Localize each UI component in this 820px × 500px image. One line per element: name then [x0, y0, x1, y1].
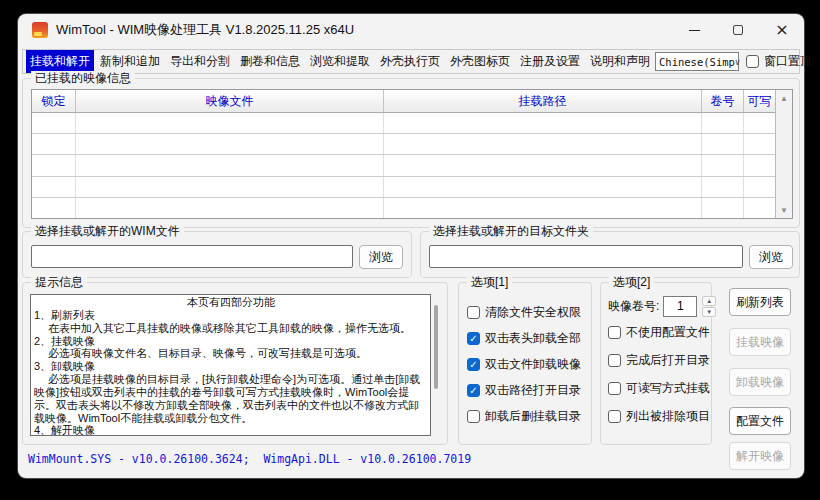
tab-delete-volume-info[interactable]: 删卷和信息: [236, 50, 304, 73]
volume-number-row: 映像卷号: ▲ ▼: [608, 295, 711, 317]
wim-file-group-label: 选择挂载或解开的WIM文件: [31, 224, 184, 238]
language-select[interactable]: Chinese(Simp ∨: [655, 52, 739, 71]
column-header-lock[interactable]: 锁定: [32, 90, 76, 112]
table-row[interactable]: [32, 198, 775, 218]
table-cell: [32, 113, 76, 133]
option-label: 完成后打开目录: [626, 352, 710, 369]
tab-shell-icon[interactable]: 外壳图标页: [446, 50, 514, 73]
target-folder-input[interactable]: [429, 245, 743, 268]
hint-line: 4、解开映像: [34, 424, 428, 436]
table-cell: [702, 113, 744, 133]
table-header-row: 锁定 映像文件 挂载路径 卷号 可写: [32, 90, 775, 113]
extract-image-button[interactable]: 解开映像: [729, 442, 791, 470]
table-row[interactable]: [32, 155, 775, 176]
wim-file-browse-button[interactable]: 浏览: [359, 245, 403, 269]
option-label: 双击表头卸载全部: [485, 330, 581, 347]
table-cell: [384, 177, 702, 197]
option-label: 双击路径打开目录: [485, 382, 581, 399]
minimize-button[interactable]: [672, 14, 716, 46]
wim-file-group: 选择挂载或解开的WIM文件 浏览: [22, 231, 412, 278]
option-label: 不使用配置文件: [626, 324, 710, 341]
mounted-images-group: 已挂载的映像信息 锁定 映像文件 挂载路径 卷号 可写: [22, 78, 800, 228]
column-header-mount-path[interactable]: 挂载路径: [384, 90, 702, 112]
table-cell: [76, 155, 384, 175]
option-dblclick-path-open-dir[interactable]: ✓ 双击路径打开目录: [467, 383, 591, 398]
table-cell: [702, 155, 744, 175]
scroll-up-icon[interactable]: ▲: [776, 90, 792, 106]
table-cell: [744, 113, 775, 133]
unmount-image-button[interactable]: 卸载映像: [729, 368, 791, 396]
mount-image-button[interactable]: 挂载映像: [729, 328, 791, 356]
hint-line: 在表中加入其它工具挂载的映像或移除其它工具卸载的映像，操作无选项。: [34, 322, 428, 335]
spin-up-button[interactable]: ▲: [702, 296, 716, 306]
options1-group-label: 选项[1]: [467, 275, 512, 289]
hint-group-label: 提示信息: [31, 275, 87, 289]
table-row[interactable]: [32, 113, 775, 134]
scroll-down-icon[interactable]: ▼: [776, 202, 792, 218]
hint-textbox[interactable]: 本页有四部分功能 1、刷新列表 在表中加入其它工具挂载的映像或移除其它工具卸载的…: [30, 294, 431, 436]
target-folder-browse-button[interactable]: 浏览: [749, 245, 793, 269]
column-header-volume[interactable]: 卷号: [702, 90, 744, 112]
target-folder-group: 选择挂载或解开的目标文件夹 浏览: [420, 231, 800, 278]
wimtool-window: WimTool - WIM映像处理工具 V1.8.2025.11.25 x64U…: [18, 14, 804, 478]
table-cell: [702, 198, 744, 218]
tab-create-append[interactable]: 新制和追加: [96, 50, 164, 73]
table-cell: [744, 155, 775, 175]
mounted-images-group-label: 已挂载的映像信息: [31, 71, 135, 85]
tab-register-settings[interactable]: 注册及设置: [516, 50, 584, 73]
hint-title: 本页有四部分功能: [34, 296, 428, 309]
hint-scrollbar[interactable]: [434, 305, 438, 389]
table-cell: [76, 113, 384, 133]
close-button[interactable]: ×: [760, 14, 804, 46]
option-label: 清除文件安全权限: [485, 304, 581, 321]
tab-bar: 挂载和解开 新制和追加 导出和分割 删卷和信息 浏览和提取 外壳执行页 外壳图标…: [22, 49, 800, 74]
checkbox-box: ✓: [467, 358, 480, 371]
option-delete-mount-dir[interactable]: ✓ 卸载后删挂载目录: [467, 409, 591, 424]
topmost-checkbox-box: ✓: [746, 55, 759, 68]
table-main: 锁定 映像文件 挂载路径 卷号 可写: [32, 90, 775, 218]
tab-browse-extract[interactable]: 浏览和提取: [306, 50, 374, 73]
wim-file-input[interactable]: [31, 245, 353, 268]
volume-number-input[interactable]: [663, 296, 697, 317]
maximize-button[interactable]: [716, 14, 760, 46]
table-cell: [32, 134, 76, 154]
window-title: WimTool - WIM映像处理工具 V1.8.2025.11.25 x64U: [56, 21, 354, 39]
hint-line: 必选项是挂载映像的目标目录，[执行卸载处理命令]为可选项。通过单击[卸载映像]按…: [34, 373, 428, 424]
tab-shell-exec[interactable]: 外壳执行页: [376, 50, 444, 73]
table-cell: [384, 113, 702, 133]
table-row[interactable]: [32, 134, 775, 155]
tab-export-split[interactable]: 导出和分割: [166, 50, 234, 73]
hint-line: 3、卸载映像: [34, 360, 428, 373]
option-dblclick-file-unmount[interactable]: ✓ 双击文件卸载映像: [467, 357, 591, 372]
table-body: [32, 113, 775, 218]
spin-down-button[interactable]: ▼: [702, 307, 716, 317]
chevron-down-icon: ∨: [735, 57, 740, 67]
hint-line: 1、刷新列表: [34, 309, 428, 322]
column-header-writable[interactable]: 可写: [744, 90, 775, 112]
table-cell: [744, 134, 775, 154]
minimize-icon: [689, 30, 700, 31]
table-cell: [76, 177, 384, 197]
table-cell: [384, 155, 702, 175]
topmost-checkbox[interactable]: ✓ 窗口置顶: [746, 54, 812, 69]
refresh-list-button[interactable]: 刷新列表: [729, 288, 791, 316]
option-open-dir-after[interactable]: ✓ 完成后打开目录: [608, 353, 711, 368]
option-clear-security[interactable]: ✓ 清除文件安全权限: [467, 305, 591, 320]
checkbox-box: ✓: [608, 326, 621, 339]
option-no-config-file[interactable]: ✓ 不使用配置文件: [608, 325, 711, 340]
option-list-excluded[interactable]: ✓ 列出被排除项目: [608, 409, 711, 424]
app-icon[interactable]: [32, 22, 48, 38]
column-header-image-file[interactable]: 映像文件: [76, 90, 384, 112]
volume-number-label: 映像卷号:: [608, 298, 659, 315]
window-controls: ×: [672, 14, 804, 46]
tab-about[interactable]: 说明和声明: [586, 50, 654, 73]
topmost-label: 窗口置顶: [764, 53, 812, 70]
table-row[interactable]: [32, 177, 775, 198]
checkbox-box: ✓: [608, 382, 621, 395]
table-cell: [32, 177, 76, 197]
option-dblclick-header-unmount-all[interactable]: ✓ 双击表头卸载全部: [467, 331, 591, 346]
table-scrollbar[interactable]: ▲ ▼: [775, 90, 792, 218]
config-file-button[interactable]: 配置文件: [729, 407, 791, 435]
option-mount-writable[interactable]: ✓ 可读写方式挂载: [608, 381, 711, 396]
tab-mount-extract[interactable]: 挂载和解开: [26, 50, 94, 73]
